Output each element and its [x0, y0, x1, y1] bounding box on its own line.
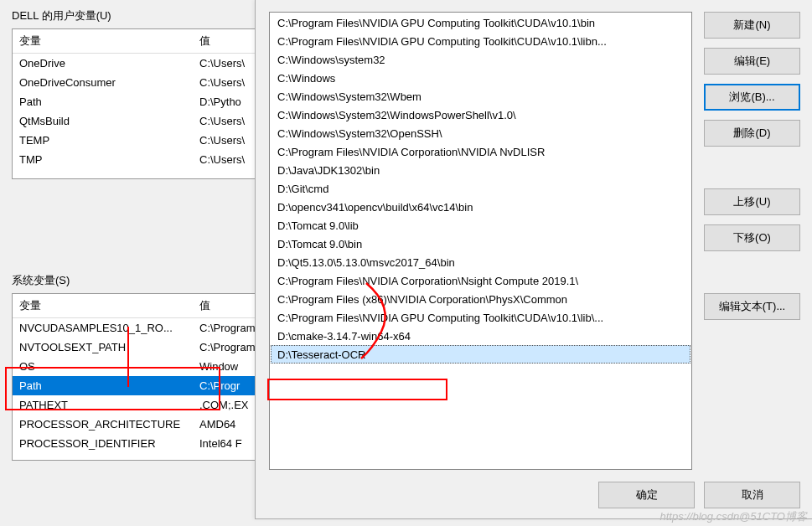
list-item[interactable]: D:\Tomcat 9.0\bin: [271, 235, 690, 253]
list-item[interactable]: C:\Windows\System32\WindowsPowerShell\v1…: [271, 106, 690, 124]
edit-text-button[interactable]: 编辑文本(T)...: [704, 293, 800, 320]
list-item[interactable]: C:\Program Files\NVIDIA GPU Computing To…: [271, 13, 690, 32]
user-col-var[interactable]: 变量: [13, 29, 193, 54]
list-item[interactable]: C:\Windows\System32\Wbem: [271, 87, 690, 106]
list-item[interactable]: D:\Qt5.13.0\5.13.0\msvc2017_64\bin: [271, 253, 690, 271]
list-item[interactable]: D:\Java\JDK1302\bin: [271, 161, 690, 179]
list-item[interactable]: C:\Program Files\NVIDIA Corporation\Nsig…: [271, 271, 690, 290]
browse-button[interactable]: 浏览(B)...: [704, 84, 800, 111]
delete-button[interactable]: 删除(D): [704, 120, 800, 147]
cancel-button[interactable]: 取消: [704, 482, 800, 508]
edit-path-dialog: C:\Program Files\NVIDIA GPU Computing To…: [255, 0, 812, 519]
path-list[interactable]: C:\Program Files\NVIDIA GPU Computing To…: [269, 12, 692, 470]
list-item[interactable]: D:\Tesseract-OCR: [271, 345, 690, 364]
new-button[interactable]: 新建(N): [704, 12, 800, 39]
list-item[interactable]: C:\Program Files\NVIDIA GPU Computing To…: [271, 32, 690, 50]
move-up-button[interactable]: 上移(U): [704, 188, 800, 215]
list-item[interactable]: D:\cmake-3.14.7-win64-x64: [271, 327, 690, 345]
edit-button[interactable]: 编辑(E): [704, 48, 800, 75]
list-item[interactable]: C:\Program Files\NVIDIA Corporation\NVID…: [271, 142, 690, 161]
watermark-text: https://blog.csdn@51CTO博客: [659, 509, 807, 524]
list-item[interactable]: C:\Windows\System32\OpenSSH\: [271, 124, 690, 142]
sys-col-var[interactable]: 变量: [13, 294, 193, 318]
list-item[interactable]: C:\Windows: [271, 69, 690, 87]
list-item[interactable]: C:\Windows\system32: [271, 50, 690, 69]
list-item[interactable]: C:\Program Files (x86)\NVIDIA Corporatio…: [271, 290, 690, 308]
list-item[interactable]: D:\Git\cmd: [271, 179, 690, 198]
list-item[interactable]: C:\Program Files\NVIDIA GPU Computing To…: [271, 308, 690, 327]
list-item[interactable]: D:\opencv341\opencv\build\x64\vc14\bin: [271, 198, 690, 216]
list-item[interactable]: D:\Tomcat 9.0\lib: [271, 216, 690, 235]
ok-button[interactable]: 确定: [598, 482, 695, 508]
move-down-button[interactable]: 下移(O): [704, 224, 800, 251]
